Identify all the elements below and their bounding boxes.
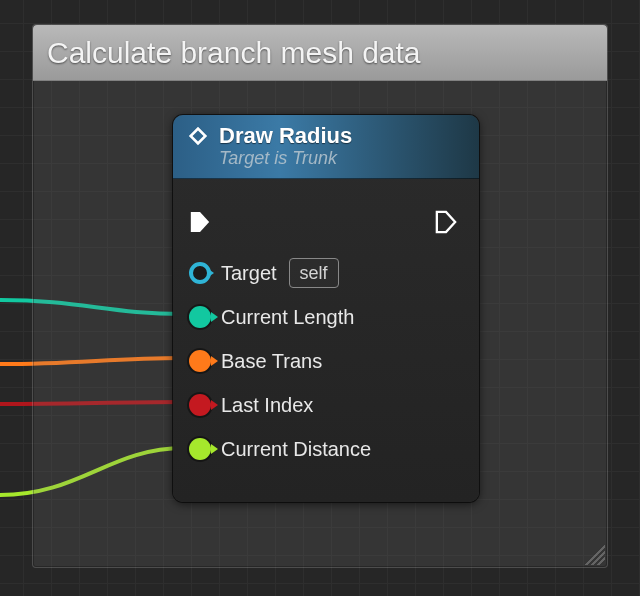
function-icon [187, 125, 209, 147]
current-length-pin[interactable] [189, 306, 211, 328]
comment-title-text: Calculate branch mesh data [47, 36, 421, 70]
resize-handle-icon[interactable] [579, 539, 605, 565]
current-distance-pin[interactable] [189, 438, 211, 460]
pin-row-current-length: Current Length [189, 295, 463, 339]
node-header[interactable]: Draw Radius Target is Trunk [173, 115, 479, 179]
current-length-label: Current Length [221, 306, 354, 329]
target-default-chip[interactable]: self [289, 258, 339, 288]
last-index-pin[interactable] [189, 394, 211, 416]
node-body: Target self Current Length Base Trans La… [173, 179, 479, 481]
comment-title[interactable]: Calculate branch mesh data [33, 25, 607, 81]
target-pin[interactable] [189, 262, 211, 284]
base-trans-label: Base Trans [221, 350, 322, 373]
current-distance-label: Current Distance [221, 438, 371, 461]
pin-row-target: Target self [189, 251, 463, 295]
target-label: Target [221, 262, 277, 285]
exec-out-pin[interactable] [435, 209, 457, 235]
base-trans-pin[interactable] [189, 350, 211, 372]
pin-row-last-index: Last Index [189, 383, 463, 427]
node-subtitle: Target is Trunk [219, 148, 352, 169]
node-title: Draw Radius [219, 123, 352, 148]
last-index-label: Last Index [221, 394, 313, 417]
blueprint-node[interactable]: Draw Radius Target is Trunk Target self … [173, 115, 479, 502]
pin-row-current-distance: Current Distance [189, 427, 463, 471]
pin-row-base-trans: Base Trans [189, 339, 463, 383]
exec-row [189, 193, 463, 251]
exec-in-pin[interactable] [189, 209, 211, 235]
